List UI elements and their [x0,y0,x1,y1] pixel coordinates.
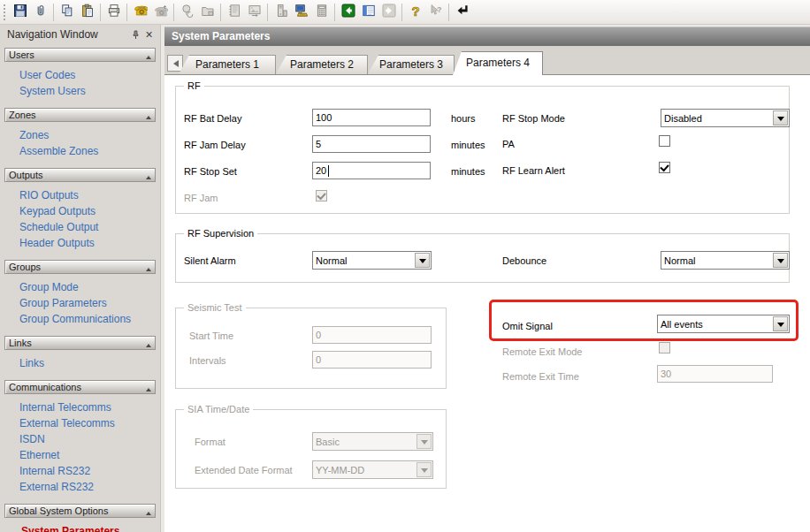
data-view-button[interactable] [358,2,378,22]
nav-item-ethernet[interactable]: Ethernet [0,447,160,463]
nav-item-assemble-zones[interactable]: Assemble Zones [0,143,160,159]
nav-section-groups[interactable]: Groups [4,260,156,274]
tab-parameters-2[interactable]: Parameters 2 [276,55,368,74]
toolbar-separator [220,4,221,21]
toolbar: ☎ ☎ ? ? [0,0,810,25]
rf-group-legend: RF [184,80,204,92]
collapse-icon [146,265,151,271]
exit-button[interactable] [452,2,472,22]
nav-item-keypad-outputs[interactable]: Keypad Outputs [0,203,160,219]
dropdown-arrow-icon[interactable] [415,253,430,268]
attachment-button[interactable] [30,2,50,22]
print-icon [107,4,121,21]
nav-section-global-system-options[interactable]: Global System Options [4,504,156,518]
format-label: Format [195,436,225,448]
attachment-icon [34,4,48,21]
rf-stop-mode-select[interactable]: Disabled [661,109,790,127]
collapse-icon [146,385,151,391]
start-time-input [312,326,432,344]
collapse-icon [146,53,151,59]
debounce-label: Debounce [502,255,546,267]
rf-learn-alert-checkbox[interactable] [659,162,670,173]
navigation-window: Navigation Window Users User Codes Syste… [0,25,161,532]
close-icon[interactable] [142,28,156,42]
omit-signal-select[interactable]: All events [657,315,790,333]
dropdown-arrow-icon[interactable] [773,316,788,331]
nav-item-external-telecomms[interactable]: External Telecomms [0,415,160,431]
toolbar-separator [334,4,335,21]
rf-bat-delay-label: RF Bat Delay [184,112,241,125]
rf-stop-set-unit: minutes [451,165,485,178]
intervals-label: Intervals [189,354,226,367]
nav-item-external-rs232[interactable]: External RS232 [0,479,160,495]
rf-supervision-legend: RF Supervision [184,227,257,239]
help-button[interactable]: ? [405,2,425,22]
svg-text:?: ? [437,4,442,13]
nav-item-header-outputs[interactable]: Header Outputs [0,235,160,251]
event-log-icon [227,4,241,21]
nav-item-group-parameters[interactable]: Group Parameters [0,295,160,311]
rf-jam-delay-input[interactable] [312,135,431,153]
nav-item-system-users[interactable]: System Users [0,83,160,99]
tab-parameters-4[interactable]: Parameters 4 [453,51,543,75]
pin-icon[interactable] [129,28,142,42]
nav-item-group-communications[interactable]: Group Communications [0,311,160,327]
toolbar-separator [53,4,54,21]
paste-button[interactable] [77,2,97,22]
rf-stop-set-input[interactable] [312,162,431,179]
nav-item-internal-rs232[interactable]: Internal RS232 [0,463,160,479]
computer-tower-icon [274,4,288,21]
nav-section-communications[interactable]: Communications [4,380,156,394]
extended-date-format-select: YY-MM-DD [312,460,433,479]
image-transfer-icon [248,4,262,21]
nav-item-system-parameters[interactable]: System Parameters [0,523,160,532]
toolbar-grip[interactable] [4,4,6,20]
nav-item-zones[interactable]: Zones [0,127,160,143]
balloon-icon [180,4,195,21]
seismic-test-group: Seismic Test [175,308,447,389]
rf-jam-label: RF Jam [184,192,218,204]
rf-jam-delay-label: RF Jam Delay [184,139,246,151]
nav-section-links[interactable]: Links [4,336,156,350]
print-button[interactable] [103,2,124,22]
application-window: { "toolbar": { "icons": [ {"name": "save… [0,0,810,532]
toolbar-separator [448,4,449,21]
collapse-icon [146,341,151,347]
nav-item-schedule-output[interactable]: Schedule Output [0,219,160,235]
nav-item-rio-outputs[interactable]: RIO Outputs [0,187,160,203]
balloon-button [177,2,197,22]
folder-icon [201,4,215,21]
dropdown-arrow-icon[interactable] [773,253,788,268]
collapse-icon [146,113,151,119]
computer-tower-button [271,2,291,22]
tab-parameters-3[interactable]: Parameters 3 [368,55,455,74]
save-button[interactable] [10,2,30,22]
nav-item-links[interactable]: Links [0,355,160,371]
nav-item-user-codes[interactable]: User Codes [0,67,160,83]
silent-alarm-select[interactable]: Normal [312,251,432,270]
calculator-icon [315,4,329,21]
dropdown-arrow-icon[interactable] [773,110,788,125]
nav-section-zones[interactable]: Zones [4,108,156,122]
phone-connect-button[interactable]: ☎ [130,2,150,22]
debounce-select[interactable]: Normal [661,251,790,270]
tab-scroll-left-button[interactable] [167,55,183,72]
copy-button[interactable] [57,2,77,22]
svg-text:☎: ☎ [134,4,148,18]
nav-item-group-mode[interactable]: Group Mode [0,279,160,295]
nav-section-users[interactable]: Users [4,48,156,62]
folder-button [197,2,218,22]
phone-fetch-button: ☎ [150,2,171,22]
rf-bat-delay-input[interactable] [312,109,431,126]
toolbar-separator [267,4,268,21]
pa-checkbox[interactable] [659,135,670,147]
pc-comms-button[interactable] [291,2,311,22]
paste-icon [80,4,95,21]
tab-strip: Parameters 1 Parameters 2 Parameters 3 P… [164,46,810,74]
collapse-icon [146,509,151,515]
nav-item-internal-telecomms[interactable]: Internal Telecomms [0,399,160,415]
tab-parameters-1[interactable]: Parameters 1 [179,55,276,74]
nav-section-outputs[interactable]: Outputs [4,168,156,182]
nav-back-button[interactable] [338,2,358,22]
nav-item-isdn[interactable]: ISDN [0,431,160,447]
